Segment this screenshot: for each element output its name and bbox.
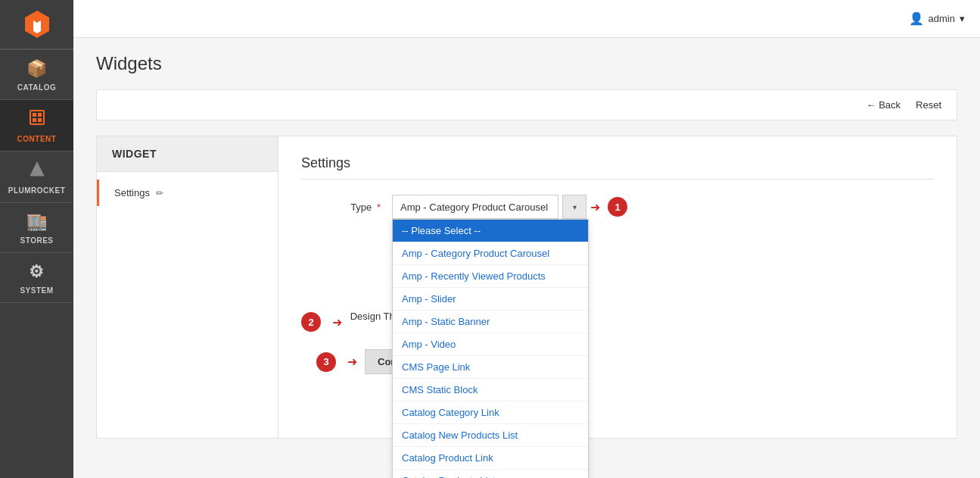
- content-area: WIDGET Settings ✏ Settings Type *: [96, 136, 957, 439]
- type-form-row: Type * Amp - Category Product Carousel ▾…: [301, 195, 934, 219]
- sidebar-item-catalog-label: CATALOG: [17, 83, 56, 92]
- plumrocket-icon: [29, 161, 45, 182]
- svg-rect-5: [33, 118, 36, 122]
- step2-arrow: ➜: [332, 315, 342, 330]
- dropdown-option-catalog-product-link[interactable]: Catalog Product Link: [393, 447, 588, 470]
- right-panel: Settings Type * Amp - Category Product C…: [278, 136, 957, 438]
- dropdown-option-cms-static-block[interactable]: CMS Static Block: [393, 379, 588, 401]
- page-content: Widgets ← Back Reset WIDGET Settings ✏ S…: [73, 38, 980, 478]
- settings-nav-label: Settings: [114, 187, 150, 198]
- stores-icon: 🏬: [26, 212, 48, 232]
- svg-rect-4: [38, 113, 42, 117]
- page-title: Widgets: [96, 53, 957, 74]
- svg-rect-3: [33, 113, 36, 117]
- sidebar-logo: [0, 0, 73, 49]
- content-icon: [29, 109, 45, 130]
- step2-badge: 2: [301, 312, 321, 332]
- dropdown-option-catalog-products-list[interactable]: Catalog Products List: [393, 470, 588, 478]
- sidebar-item-content-label: CONTENT: [17, 135, 57, 143]
- dropdown-option-amp-slider[interactable]: Amp - Slider: [393, 288, 588, 311]
- step3-arrow: ➜: [347, 355, 357, 369]
- user-dropdown-icon: ▾: [960, 13, 965, 24]
- svg-rect-6: [38, 118, 42, 122]
- left-panel: WIDGET Settings ✏: [97, 136, 278, 438]
- back-button[interactable]: ← Back: [866, 99, 901, 111]
- reset-button[interactable]: Reset: [916, 99, 941, 111]
- catalog-icon: 📦: [26, 59, 48, 79]
- svg-rect-2: [30, 111, 44, 124]
- type-input-value: Amp - Category Product Carousel: [400, 202, 548, 213]
- sidebar-item-stores-label: STORES: [20, 236, 54, 245]
- section-title: Settings: [301, 155, 934, 180]
- sidebar-item-plumrocket[interactable]: PLUMROCKET: [0, 152, 73, 203]
- type-required: *: [377, 202, 381, 213]
- type-dropdown-list: -- Please Select -- Amp - Category Produ…: [392, 219, 589, 478]
- type-field-wrapper: Amp - Category Product Carousel ▾ -- Ple…: [392, 195, 586, 219]
- dropdown-option-amp-recently-viewed[interactable]: Amp - Recently Viewed Products: [393, 265, 588, 288]
- topbar: 👤 admin ▾: [73, 0, 980, 38]
- user-label: admin: [929, 13, 955, 24]
- nav-item-settings[interactable]: Settings ✏: [97, 180, 278, 206]
- user-icon: 👤: [909, 11, 924, 26]
- dropdown-option-catalog-category-link[interactable]: Catalog Category Link: [393, 401, 588, 424]
- type-label: Type *: [301, 202, 392, 213]
- sidebar: 📦 CATALOG CONTENT PLUMROCKET 🏬 STORES ⚙ …: [0, 0, 73, 478]
- action-bar: ← Back Reset: [96, 89, 957, 120]
- type-input-display: Amp - Category Product Carousel: [392, 195, 558, 219]
- panel-nav: Settings ✏: [97, 172, 278, 214]
- svg-marker-7: [30, 162, 44, 176]
- sidebar-item-catalog[interactable]: 📦 CATALOG: [0, 50, 73, 100]
- step3-badge: 3: [316, 352, 336, 372]
- sidebar-item-content[interactable]: CONTENT: [0, 100, 73, 152]
- sidebar-item-system[interactable]: ⚙ SYSTEM: [0, 253, 73, 303]
- sidebar-item-plumrocket-label: PLUMROCKET: [8, 186, 66, 195]
- edit-icon: ✏: [156, 188, 163, 198]
- dropdown-option-amp-category[interactable]: Amp - Category Product Carousel: [393, 242, 588, 265]
- type-dropdown-button[interactable]: ▾: [562, 195, 586, 219]
- dropdown-option-please-select[interactable]: -- Please Select --: [393, 220, 588, 242]
- dropdown-option-cms-page-link[interactable]: CMS Page Link: [393, 356, 588, 379]
- user-menu[interactable]: 👤 admin ▾: [909, 11, 965, 26]
- system-icon: ⚙: [29, 262, 45, 282]
- sidebar-item-stores[interactable]: 🏬 STORES: [0, 203, 73, 253]
- step1-arrow: ➜: [590, 200, 600, 214]
- dropdown-option-amp-video[interactable]: Amp - Video: [393, 333, 588, 356]
- main-content: 👤 admin ▾ Widgets ← Back Reset WIDGET Se…: [73, 0, 980, 478]
- dropdown-option-catalog-new-products[interactable]: Catalog New Products List: [393, 424, 588, 447]
- step1-badge: 1: [608, 197, 627, 217]
- dropdown-option-amp-static-banner[interactable]: Amp - Static Banner: [393, 311, 588, 333]
- sidebar-item-system-label: SYSTEM: [20, 286, 53, 295]
- panel-header: WIDGET: [97, 136, 278, 172]
